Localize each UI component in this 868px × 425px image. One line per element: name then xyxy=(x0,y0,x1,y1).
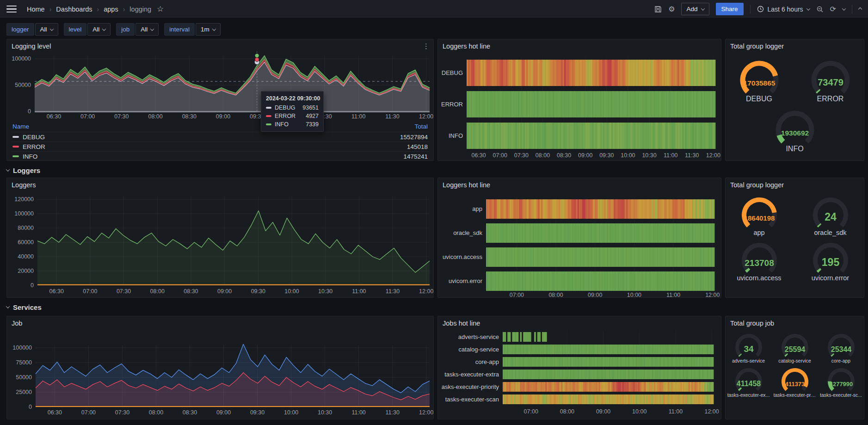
chart-tooltip: 2024-03-22 09:30:00 DEBUG93651ERROR4927I… xyxy=(261,91,324,132)
save-icon[interactable] xyxy=(654,6,662,13)
gauge-tasks-executer-ex-: 411458tasks-executer-ex... xyxy=(727,364,770,398)
gauge-grid: 18640198app24oracle_sdk213708uvicorn.acc… xyxy=(726,193,864,282)
settings-gear-icon[interactable]: ⚙ xyxy=(668,6,675,13)
grafana-dashboard: Home›Dashboards›apps›logging ☆ ⚙ Add Sha… xyxy=(0,0,868,425)
panel-title[interactable]: Loggers hot line xyxy=(443,181,490,189)
variable-value-level[interactable]: All xyxy=(87,23,111,36)
refresh-interval-chevron-icon[interactable] xyxy=(842,6,846,10)
collapse-chevron-up-icon[interactable] xyxy=(858,7,862,11)
breadcrumb-separator: › xyxy=(97,6,99,13)
x-axis-tick: 08:00 xyxy=(149,409,163,416)
divider xyxy=(750,5,751,14)
gauge-value: 14113739 xyxy=(782,381,808,388)
panel-title[interactable]: Total group job xyxy=(730,320,774,327)
zoom-out-icon[interactable] xyxy=(816,6,824,13)
panel-title[interactable]: Total group logger xyxy=(730,181,784,189)
variable-value-interval[interactable]: 1m xyxy=(196,23,221,36)
x-axis-tick: 11:00 xyxy=(352,288,366,295)
x-axis-tick: 07:00 xyxy=(80,113,95,120)
variable-value-logger[interactable]: All xyxy=(35,23,58,36)
x-axis-tick: 08:00 xyxy=(150,288,165,295)
time-range-picker[interactable]: Last 6 hours xyxy=(757,6,810,13)
section-row-services[interactable]: Services xyxy=(6,302,42,313)
panel-total-group-job: Total group job 34adverts-service25594ca… xyxy=(725,316,864,419)
refresh-icon[interactable]: ⟳ xyxy=(830,6,836,13)
y-axis-tick: 25000 xyxy=(6,389,32,395)
variable-label-logger[interactable]: logger xyxy=(6,23,34,36)
breadcrumb-item-dashboards[interactable]: Dashboards xyxy=(56,6,92,13)
variable-label-job[interactable]: job xyxy=(116,23,135,36)
chevron-down-icon xyxy=(49,27,53,31)
x-axis-tick: 11:30 xyxy=(685,152,699,159)
gauge-grid: 34adverts-service25594catalog-service253… xyxy=(726,330,864,398)
chevron-down-icon xyxy=(150,27,154,31)
x-axis-tick: 07:30 xyxy=(115,409,129,416)
gauge-value: 24 xyxy=(825,211,837,223)
panel-title[interactable]: Jobs hot line xyxy=(443,320,480,327)
section-row-loggers[interactable]: Loggers xyxy=(6,165,40,176)
gauge-arc: 1930692 xyxy=(765,106,825,145)
heatmap-canvas[interactable] xyxy=(438,39,721,160)
panel-total-group-logger-2: Total group logger 18640198app24oracle_s… xyxy=(725,178,864,298)
series-color-dash xyxy=(266,123,271,125)
chevron-down-icon xyxy=(701,6,704,10)
star-icon[interactable]: ☆ xyxy=(157,4,164,14)
clock-icon xyxy=(757,6,764,12)
variable-job: jobAll xyxy=(116,23,159,36)
panel-title[interactable]: Logging level xyxy=(12,43,51,50)
breadcrumb-item-apps[interactable]: apps xyxy=(104,6,118,13)
gauge-label: oracle_sdk xyxy=(814,229,846,236)
x-axis-tick: 08:30 xyxy=(183,409,197,416)
share-button[interactable]: Share xyxy=(716,3,744,15)
gauge-value: 4277990 xyxy=(829,381,853,388)
x-axis-tick: 06:30 xyxy=(49,288,64,295)
gauge-label: app xyxy=(753,229,764,236)
y-axis-tick: 0 xyxy=(6,282,34,289)
heatmap-row-label: uvicorn.error xyxy=(438,271,482,291)
panel-title[interactable]: Loggers hot line xyxy=(443,43,490,50)
x-axis-tick: 10:30 xyxy=(318,409,332,416)
x-axis-tick: 11:30 xyxy=(385,409,399,416)
gauge-tasks-executer-pri-: 14113739tasks-executer-pri... xyxy=(774,364,816,398)
variable-interval: interval1m xyxy=(164,23,220,36)
variable-label-level[interactable]: level xyxy=(64,23,87,36)
panel-title[interactable]: Job xyxy=(12,320,22,327)
x-axis-tick: 07:30 xyxy=(514,152,529,159)
x-axis-tick: 10:00 xyxy=(621,152,635,159)
x-axis-tick: 11:30 xyxy=(386,288,400,295)
chart-canvas[interactable] xyxy=(7,39,433,160)
variable-label-interval[interactable]: interval xyxy=(164,23,195,36)
variable-value-job[interactable]: All xyxy=(135,23,159,36)
y-axis-tick: 50000 xyxy=(6,374,32,381)
heatmap-row-label: DEBUG xyxy=(438,60,463,86)
nav-actions: ⚙ Add Share Last 6 hours ⟳ xyxy=(654,3,862,15)
x-axis-tick: 11:00 xyxy=(351,409,365,416)
gauge-info: 1930692INFO xyxy=(765,106,825,153)
chart-canvas[interactable] xyxy=(7,178,433,297)
panel-title[interactable]: Loggers xyxy=(12,181,36,189)
breadcrumb-item-home[interactable]: Home xyxy=(27,6,45,13)
variable-level: levelAll xyxy=(64,23,111,36)
chart-canvas[interactable] xyxy=(7,316,433,419)
y-axis-tick: 0 xyxy=(6,404,32,410)
heatmap-row-label: uvicorn.access xyxy=(438,247,482,267)
panel-title[interactable]: Total group logger xyxy=(730,43,784,50)
panel-menu-icon[interactable]: ⋮ xyxy=(423,42,430,50)
x-axis-tick: 12:00 xyxy=(705,292,720,298)
x-axis-tick: 08:00 xyxy=(536,152,550,159)
gauge-label: DEBUG xyxy=(746,95,772,103)
x-axis-tick: 12:00 xyxy=(419,288,433,295)
menu-icon[interactable] xyxy=(6,6,17,13)
add-button[interactable]: Add xyxy=(681,3,709,15)
gauge-value: 195 xyxy=(821,256,839,268)
gauge-label: uvicorn.error xyxy=(812,274,849,282)
breadcrumb-separator: › xyxy=(123,6,125,13)
y-axis-tick: 50000 xyxy=(6,82,31,88)
gauge-arc: 213708 xyxy=(730,238,789,274)
panel-job-chart: Job 025000500007500010000006:3007:0007:3… xyxy=(6,316,434,419)
breadcrumb-item-logging[interactable]: logging xyxy=(129,6,151,13)
x-axis-tick: 10:00 xyxy=(284,288,299,295)
x-axis-tick: 12:00 xyxy=(706,152,720,159)
gauge-arc: 18640198 xyxy=(730,193,789,229)
gauge-arc: 24 xyxy=(801,193,860,229)
